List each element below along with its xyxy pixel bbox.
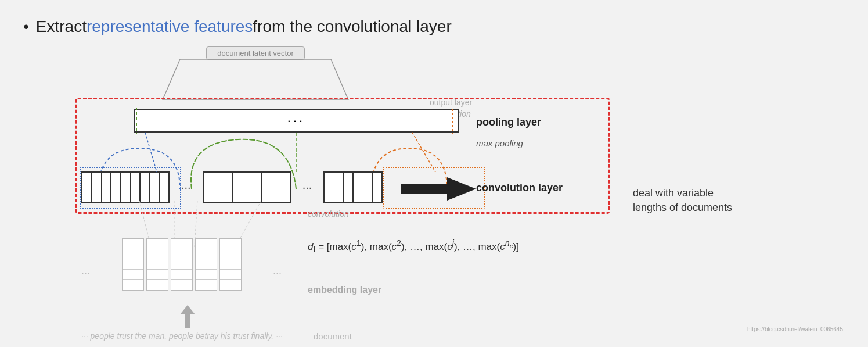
title-line: • Extract representative features from t… xyxy=(23,17,845,36)
formula-text: df = [max(c1), max(c2), …, max(cj), …, m… xyxy=(308,241,519,252)
conv-ellipsis-2: ··· xyxy=(297,181,318,194)
embed-col-3 xyxy=(171,238,193,291)
embed-col-1 xyxy=(122,238,144,291)
diagram-area: document latent vector output layer proj… xyxy=(23,46,848,337)
embed-ellipsis-left: ··· xyxy=(81,267,90,280)
doc-text: ··· people trust the man. people betray … xyxy=(81,331,283,341)
svg-marker-0 xyxy=(163,59,348,100)
title-suffix: from the convolutional layer xyxy=(253,17,451,36)
doc-label: document xyxy=(314,331,352,341)
pooling-bar: ··· xyxy=(134,109,459,133)
doc-latent-container: document latent vector xyxy=(151,46,360,60)
conv-group-2 xyxy=(203,171,291,203)
title-prefix: Extract xyxy=(36,17,87,36)
funnel-svg xyxy=(145,59,366,100)
big-arrow-svg xyxy=(401,177,476,201)
conv-group-3 xyxy=(323,171,383,203)
conv-ellipsis-1: ··· xyxy=(175,181,197,194)
conv-row: ··· ··· xyxy=(81,171,383,203)
doc-latent-label: document latent vector xyxy=(206,46,305,60)
svg-marker-1 xyxy=(401,177,476,201)
label-pooling-layer: pooling layer xyxy=(476,116,541,128)
up-arrow-svg xyxy=(179,305,196,328)
title-bullet: • xyxy=(23,17,29,36)
label-convolution-layer: convolution layer xyxy=(476,182,563,194)
embed-ellipsis-right: ··· xyxy=(273,267,282,280)
side-text-line2: lengths of documents xyxy=(633,201,732,215)
conv-box-6 xyxy=(261,171,291,203)
title-highlight: representative features xyxy=(87,17,253,36)
pooling-ellipsis: ··· xyxy=(287,113,305,128)
conv-box-5 xyxy=(232,171,262,203)
label-embedding: embedding layer xyxy=(308,285,381,295)
embed-col-4 xyxy=(195,238,217,291)
embed-col-2 xyxy=(146,238,168,291)
conv-box-4 xyxy=(203,171,233,203)
conv-box-3 xyxy=(139,171,170,203)
conv-group-1 xyxy=(81,171,170,203)
side-text-line1: deal with variable xyxy=(633,186,732,201)
watermark: https://blog.csdn.net/walein_0065645 xyxy=(747,326,843,332)
conv-box-1 xyxy=(81,171,111,203)
svg-marker-6 xyxy=(180,305,195,328)
formula-area: df = [max(c1), max(c2), …, max(cj), …, m… xyxy=(308,238,519,254)
embed-col-5 xyxy=(219,238,242,291)
conv-box-7 xyxy=(323,171,354,203)
slide: • Extract representative features from t… xyxy=(0,0,868,347)
conv-box-8 xyxy=(352,171,383,203)
conv-box-2 xyxy=(110,171,141,203)
side-text: deal with variable lengths of documents xyxy=(633,186,732,215)
embed-cols xyxy=(122,238,242,291)
